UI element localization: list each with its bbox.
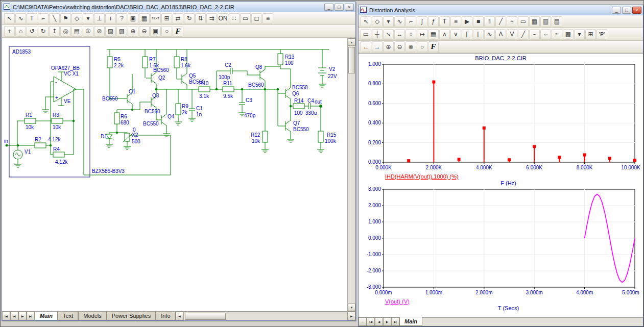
flip-icon[interactable]: ⇅ xyxy=(195,13,206,24)
close-button[interactable]: × xyxy=(345,4,354,11)
paste-layer-icon[interactable]: ▧ xyxy=(116,26,127,37)
diagonal-wire-icon[interactable]: ╲ xyxy=(49,13,60,24)
rotate-icon[interactable]: ↻ xyxy=(184,13,195,24)
numeric-output-icon[interactable]: ⊞ xyxy=(585,29,596,40)
snapshot-icon[interactable]: ▣ xyxy=(150,26,161,37)
help-mode-icon[interactable]: ? xyxy=(116,13,127,24)
tab-scroll-button[interactable]: ▶| xyxy=(27,312,35,320)
orthogonal-wire-icon[interactable]: ⌐ xyxy=(38,13,49,24)
stop-icon[interactable]: ■ xyxy=(473,16,484,27)
tab-main[interactable]: Main xyxy=(399,317,422,326)
tab-scroll-button[interactable]: – xyxy=(359,317,367,326)
minimize-button[interactable]: _ xyxy=(324,4,333,11)
low-icon[interactable]: ⌊ xyxy=(473,29,484,40)
tab-info[interactable]: Info xyxy=(156,312,175,320)
tab-scroll-button[interactable]: ▶ xyxy=(383,317,391,326)
redraw-icon[interactable]: ○ xyxy=(417,41,427,52)
line-mode-icon[interactable]: ╱ xyxy=(495,16,506,27)
zoom-in-icon[interactable]: ⊕ xyxy=(383,41,394,52)
picture-icon[interactable]: ▣ xyxy=(128,13,138,24)
palette-icon[interactable]: ▩ xyxy=(563,29,574,40)
horizontal-tag-icon[interactable]: ↔ xyxy=(394,29,405,40)
plot-area[interactable] xyxy=(384,64,635,162)
analysis-window-titlebar[interactable]: Distortion Analysis _ □ × xyxy=(359,5,643,15)
fourier-icon[interactable]: ƒ xyxy=(428,16,439,27)
maximize-button[interactable]: □ xyxy=(622,7,631,14)
component-browser-icon[interactable]: ◇ xyxy=(71,13,82,24)
crosshair-icon[interactable]: + xyxy=(507,16,517,27)
zoom-out-icon[interactable]: ⊖ xyxy=(394,41,405,52)
output-waveform-chart[interactable]: -3.000-2.000-1.0000.0001.0002.0003.0000.… xyxy=(360,187,642,298)
maximize-button[interactable]: □ xyxy=(335,4,344,11)
copy-layer-icon[interactable]: ▨ xyxy=(105,26,116,37)
node-numbers-icon[interactable]: ON xyxy=(218,13,228,24)
select-mode-icon[interactable]: ↖ xyxy=(4,13,15,24)
mirror-icon[interactable]: ⇄ xyxy=(173,13,183,24)
schematic-canvas[interactable]: AD1853OPA627_BBVC X1VE-+R110kR310kR24.12… xyxy=(2,38,347,311)
cursor-right-icon[interactable]: → xyxy=(372,41,383,52)
home-icon[interactable]: ⌂ xyxy=(15,26,26,37)
run-icon[interactable]: ▶ xyxy=(462,16,472,27)
overlay-icon[interactable]: ≈ xyxy=(552,29,562,40)
wire-mode-icon[interactable]: ∿ xyxy=(15,13,26,24)
single-plot-icon[interactable]: ▭ xyxy=(518,16,529,27)
horizontal-scroll-thumb[interactable] xyxy=(185,313,226,320)
waveform-icon[interactable]: ∿ xyxy=(394,16,405,27)
no-connect-icon[interactable]: ⊘ xyxy=(94,26,105,37)
dropdown-icon[interactable]: ▾ xyxy=(574,29,585,40)
properties-icon[interactable]: ≡ xyxy=(263,13,273,24)
pan-icon[interactable]: + xyxy=(4,26,15,37)
valley-icon[interactable]: ∨ xyxy=(450,29,461,40)
scale-mode-icon[interactable]: ▭ xyxy=(361,29,371,40)
tab-scroll-button[interactable]: |◀ xyxy=(367,317,375,326)
grid-dots-icon[interactable]: ∷ xyxy=(229,13,240,24)
zoom-in-icon[interactable]: ⊕ xyxy=(128,26,138,37)
horizontal-scroll-track[interactable] xyxy=(184,312,347,320)
vertical-scroll-track[interactable] xyxy=(348,46,355,304)
high-icon[interactable]: ⌈ xyxy=(462,29,472,40)
tab-text[interactable]: Text xyxy=(58,312,78,320)
axes-icon[interactable]: ⌐ xyxy=(406,16,416,27)
select-mode-icon[interactable]: ↖ xyxy=(361,16,371,27)
undo-icon[interactable]: ↺ xyxy=(27,26,37,37)
tab-power-supplies[interactable]: Power Supplies xyxy=(107,312,156,320)
info-circle-icon[interactable]: ① xyxy=(83,26,93,37)
global-low-icon[interactable]: V xyxy=(507,29,517,40)
zoom-out-icon[interactable]: ⊖ xyxy=(139,26,150,37)
schematic-window-titlebar[interactable]: C:\MC9\DATA\Petrov\switching distortion\… xyxy=(2,2,355,12)
redo-icon[interactable]: ↻ xyxy=(38,26,49,37)
zoom-window-icon[interactable]: ⊗ xyxy=(406,41,416,52)
scroll-left-button[interactable]: ◀ xyxy=(176,312,184,320)
border-icon[interactable]: ▭ xyxy=(240,13,251,24)
properties-icon[interactable]: ≡ xyxy=(450,16,461,27)
chart1-legend[interactable]: IHD(HARM(V(out)),1000) (%) xyxy=(385,173,643,180)
font-icon[interactable]: F xyxy=(428,41,439,52)
zoom-area-icon[interactable]: ⊞ xyxy=(161,13,172,24)
harmonic-distortion-chart[interactable]: 0.0000.2000.4000.6000.8001.0000.000K2.00… xyxy=(360,62,642,173)
font-icon[interactable]: F xyxy=(173,26,183,37)
scroll-right-button[interactable]: ▶ xyxy=(347,312,355,320)
split-horizontal-icon[interactable]: ▤ xyxy=(552,16,562,27)
global-high-icon[interactable]: Λ xyxy=(495,29,506,40)
envelope-top-icon[interactable]: ⌢ xyxy=(529,29,540,40)
text-mode-icon[interactable]: T xyxy=(27,13,37,24)
cursor-left-icon[interactable]: ← xyxy=(361,41,371,52)
step-icon[interactable]: ⇉ xyxy=(206,13,217,24)
point-tag-icon[interactable]: ↘ xyxy=(383,29,394,40)
envelope-bottom-icon[interactable]: ⌣ xyxy=(540,29,551,40)
tab-scroll-button[interactable]: ◀ xyxy=(375,317,383,326)
slope-icon[interactable]: ╱ xyxy=(518,29,529,40)
data-points-icon[interactable]: ▦ xyxy=(428,29,439,40)
inflection-icon[interactable]: ∿ xyxy=(484,29,495,40)
integral-icon[interactable]: ∫ xyxy=(417,16,427,27)
tab-models[interactable]: Models xyxy=(78,312,106,320)
flag-icon[interactable]: ⚑ xyxy=(60,13,71,24)
dropdown-icon[interactable]: ▾ xyxy=(383,16,394,27)
bring-front-icon[interactable]: ↥ xyxy=(49,26,60,37)
info-mode-icon[interactable]: i xyxy=(105,13,116,24)
repeat-icon[interactable]: ▤ xyxy=(71,26,82,37)
cursor-mode-icon[interactable]: ┼ xyxy=(372,29,383,40)
vertical-tag-icon[interactable]: ↕ xyxy=(406,29,416,40)
select-rect-icon[interactable]: ◻ xyxy=(251,13,262,24)
vertical-scroll-thumb[interactable] xyxy=(348,47,355,73)
